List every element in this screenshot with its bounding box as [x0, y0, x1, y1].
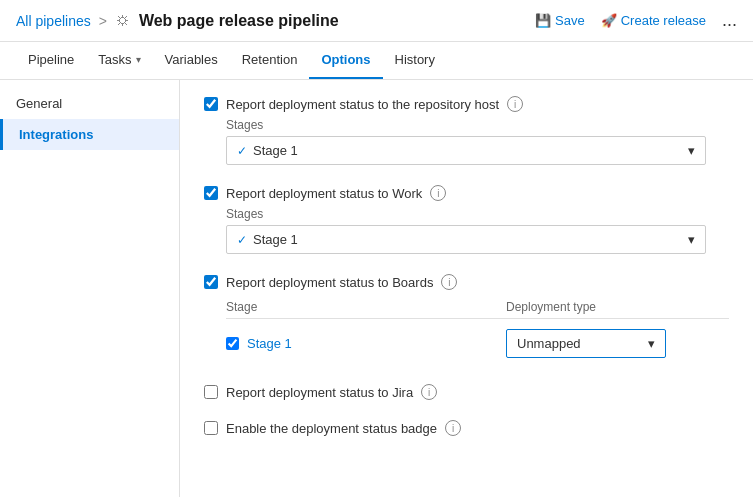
dropdown-wrap-2: ✓ Stage 1 ▾	[226, 225, 729, 254]
checkbox-row-boards: Report deployment status to Boards i	[204, 274, 729, 290]
main-layout: General Integrations Report deployment s…	[0, 80, 753, 497]
boards-col-stage: Stage	[226, 300, 506, 314]
section-badge: Enable the deployment status badge i	[204, 420, 729, 436]
checkbox-row-repo-host: Report deployment status to the reposito…	[204, 96, 729, 112]
tab-tasks[interactable]: Tasks ▾	[86, 42, 152, 79]
check-mark-1: ✓	[237, 144, 247, 158]
checkbox-work[interactable]	[204, 186, 218, 200]
sidebar-item-general[interactable]: General	[0, 88, 179, 119]
dropdown-wrap-1: ✓ Stage 1 ▾	[226, 136, 729, 165]
checkbox-row-badge: Enable the deployment status badge i	[204, 420, 729, 436]
section-repo-host: Report deployment status to the reposito…	[204, 96, 729, 165]
checkbox-row-jira: Report deployment status to Jira i	[204, 384, 729, 400]
sidebar-item-integrations[interactable]: Integrations	[0, 119, 179, 150]
check-mark-2: ✓	[237, 233, 247, 247]
checkbox-stage1[interactable]	[226, 337, 239, 350]
checkbox-badge[interactable]	[204, 421, 218, 435]
stages-label-2: Stages	[226, 207, 729, 221]
breadcrumb-separator: >	[99, 13, 107, 29]
tab-retention[interactable]: Retention	[230, 42, 310, 79]
dropdown-left-2: ✓ Stage 1	[237, 232, 298, 247]
section-jira: Report deployment status to Jira i	[204, 384, 729, 400]
boards-row: Stage 1 Unmapped ▾	[226, 323, 729, 364]
label-jira: Report deployment status to Jira	[226, 385, 413, 400]
breadcrumb-all-pipelines[interactable]: All pipelines	[16, 13, 91, 29]
save-icon: 💾	[535, 13, 551, 28]
checkbox-boards[interactable]	[204, 275, 218, 289]
page-title: Web page release pipeline	[139, 12, 339, 30]
deployment-type-dropdown[interactable]: Unmapped ▾	[506, 329, 666, 358]
stages-label-1: Stages	[226, 118, 729, 132]
section-boards: Report deployment status to Boards i Sta…	[204, 274, 729, 364]
boards-header: Stage Deployment type	[226, 296, 729, 319]
info-icon-badge[interactable]: i	[445, 420, 461, 436]
sidebar: General Integrations	[0, 80, 180, 497]
top-bar-actions: 💾 Save 🚀 Create release ...	[535, 10, 737, 31]
nav-tabs: Pipeline Tasks ▾ Variables Retention Opt…	[0, 42, 753, 80]
save-button[interactable]: 💾 Save	[535, 13, 585, 28]
info-icon-boards[interactable]: i	[441, 274, 457, 290]
create-release-button[interactable]: 🚀 Create release	[601, 13, 706, 28]
section-work: Report deployment status to Work i Stage…	[204, 185, 729, 254]
boards-col-deployment: Deployment type	[506, 300, 729, 314]
tab-pipeline[interactable]: Pipeline	[16, 42, 86, 79]
label-boards: Report deployment status to Boards	[226, 275, 433, 290]
top-bar: All pipelines > ⛭ Web page release pipel…	[0, 0, 753, 42]
stages-dropdown-1[interactable]: ✓ Stage 1 ▾	[226, 136, 706, 165]
tasks-chevron-icon: ▾	[136, 54, 141, 65]
content-area: Report deployment status to the reposito…	[180, 80, 753, 497]
chevron-down-icon-deployment: ▾	[648, 336, 655, 351]
info-icon-repo-host[interactable]: i	[507, 96, 523, 112]
stage1-name[interactable]: Stage 1	[247, 336, 292, 351]
boards-row-left: Stage 1	[226, 336, 506, 351]
label-repo-host: Report deployment status to the reposito…	[226, 97, 499, 112]
pipeline-icon: ⛭	[115, 12, 131, 30]
chevron-down-icon-2: ▾	[688, 232, 695, 247]
tab-options[interactable]: Options	[309, 42, 382, 79]
more-button[interactable]: ...	[722, 10, 737, 31]
tab-variables[interactable]: Variables	[153, 42, 230, 79]
info-icon-work[interactable]: i	[430, 185, 446, 201]
label-badge: Enable the deployment status badge	[226, 421, 437, 436]
boards-section: Stage Deployment type Stage 1 Unmapped ▾	[226, 296, 729, 364]
rocket-icon: 🚀	[601, 13, 617, 28]
label-work: Report deployment status to Work	[226, 186, 422, 201]
tab-history[interactable]: History	[383, 42, 447, 79]
checkbox-jira[interactable]	[204, 385, 218, 399]
checkbox-row-work: Report deployment status to Work i	[204, 185, 729, 201]
chevron-down-icon-1: ▾	[688, 143, 695, 158]
checkbox-repo-host[interactable]	[204, 97, 218, 111]
boards-row-right: Unmapped ▾	[506, 329, 729, 358]
stages-dropdown-2[interactable]: ✓ Stage 1 ▾	[226, 225, 706, 254]
info-icon-jira[interactable]: i	[421, 384, 437, 400]
dropdown-left-1: ✓ Stage 1	[237, 143, 298, 158]
